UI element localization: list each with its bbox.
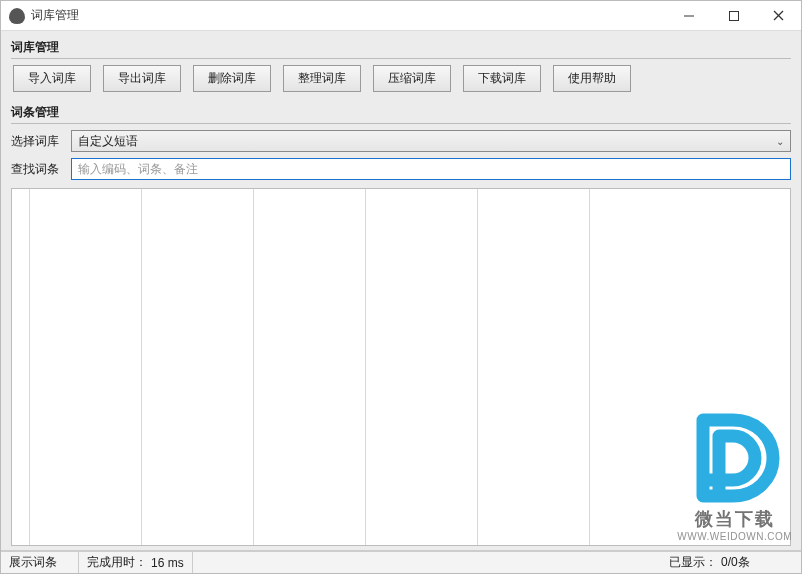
list-col-4 bbox=[366, 189, 478, 545]
list-col-5 bbox=[478, 189, 590, 545]
list-col-1 bbox=[30, 189, 142, 545]
client-area: 词库管理 导入词库 导出词库 删除词库 整理词库 压缩词库 下载词库 使用帮助 … bbox=[1, 31, 801, 551]
import-dict-button[interactable]: 导入词库 bbox=[13, 65, 91, 92]
select-dict-dropdown[interactable]: 自定义短语 ⌄ bbox=[71, 130, 791, 152]
download-dict-button[interactable]: 下载词库 bbox=[463, 65, 541, 92]
list-col-6 bbox=[590, 189, 790, 545]
delete-dict-button[interactable]: 删除词库 bbox=[193, 65, 271, 92]
titlebar: 词库管理 bbox=[1, 1, 801, 31]
export-dict-button[interactable]: 导出词库 bbox=[103, 65, 181, 92]
status-elapsed: 完成用时： 16 ms bbox=[79, 552, 193, 573]
entry-mgmt-group-label: 词条管理 bbox=[11, 100, 791, 124]
list-col-3 bbox=[254, 189, 366, 545]
entry-list[interactable] bbox=[11, 188, 791, 546]
minimize-button[interactable] bbox=[666, 1, 711, 31]
minimize-icon bbox=[684, 11, 694, 21]
statusbar: 展示词条 完成用时： 16 ms 已显示： 0/0条 bbox=[1, 551, 801, 573]
app-window: 词库管理 词库管理 导入词库 导出词库 删除词库 整理词库 压缩词库 下载词库 … bbox=[0, 0, 802, 574]
window-title: 词库管理 bbox=[31, 7, 79, 24]
close-button[interactable] bbox=[756, 1, 801, 31]
app-icon bbox=[9, 8, 25, 24]
maximize-button[interactable] bbox=[711, 1, 756, 31]
compress-dict-button[interactable]: 压缩词库 bbox=[373, 65, 451, 92]
status-show-entries: 展示词条 bbox=[1, 552, 79, 573]
status-elapsed-label: 完成用时： bbox=[87, 554, 147, 571]
list-columns bbox=[12, 189, 790, 545]
select-dict-value: 自定义短语 bbox=[78, 133, 138, 150]
list-col-0 bbox=[12, 189, 30, 545]
search-entry-label: 查找词条 bbox=[11, 161, 71, 178]
svg-rect-1 bbox=[729, 11, 738, 20]
search-entry-placeholder: 输入编码、词条、备注 bbox=[78, 161, 198, 178]
close-icon bbox=[773, 10, 784, 21]
help-button[interactable]: 使用帮助 bbox=[553, 65, 631, 92]
status-displayed-label: 已显示： bbox=[669, 554, 717, 571]
status-displayed: 已显示： 0/0条 bbox=[661, 552, 801, 573]
select-dict-row: 选择词库 自定义短语 ⌄ bbox=[11, 130, 791, 152]
select-dict-label: 选择词库 bbox=[11, 133, 71, 150]
dict-mgmt-group-label: 词库管理 bbox=[11, 35, 791, 59]
search-entry-input[interactable]: 输入编码、词条、备注 bbox=[71, 158, 791, 180]
dict-toolbar: 导入词库 导出词库 删除词库 整理词库 压缩词库 下载词库 使用帮助 bbox=[11, 65, 791, 92]
search-entry-row: 查找词条 输入编码、词条、备注 bbox=[11, 158, 791, 180]
status-displayed-value: 0/0条 bbox=[721, 554, 750, 571]
list-col-2 bbox=[142, 189, 254, 545]
tidy-dict-button[interactable]: 整理词库 bbox=[283, 65, 361, 92]
status-elapsed-value: 16 ms bbox=[151, 556, 184, 570]
maximize-icon bbox=[729, 11, 739, 21]
chevron-down-icon: ⌄ bbox=[776, 136, 784, 147]
